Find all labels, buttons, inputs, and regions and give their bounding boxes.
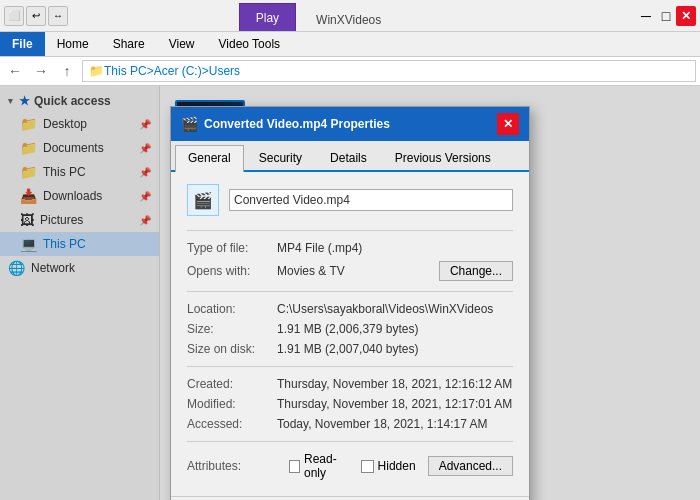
dialog-tab-previous-versions[interactable]: Previous Versions bbox=[382, 145, 504, 170]
tab-play[interactable]: Play bbox=[239, 3, 296, 31]
divider-4 bbox=[187, 441, 513, 442]
ribbon-view-tab[interactable]: View bbox=[157, 32, 207, 56]
dialog-close-btn[interactable]: ✕ bbox=[497, 113, 519, 135]
dialog-buttons: OK Cancel Apply bbox=[171, 496, 529, 500]
hidden-checkbox-group: Hidden bbox=[361, 459, 416, 473]
divider-1 bbox=[187, 230, 513, 231]
forward-btn[interactable]: → bbox=[30, 60, 52, 82]
properties-dialog: 🎬 Converted Video.mp4 Properties ✕ Gener… bbox=[170, 106, 530, 500]
window-minimize-btn[interactable]: ─ bbox=[636, 6, 656, 26]
title-bar: ⬜ ↩ ↔ Play WinXVideos ─ □ ✕ bbox=[0, 0, 700, 32]
title-bar-left: ⬜ ↩ ↔ bbox=[4, 6, 239, 26]
advanced-btn[interactable]: Advanced... bbox=[428, 456, 513, 476]
undo-btn[interactable]: ↔ bbox=[48, 6, 68, 26]
file-large-icon: 🎬 bbox=[187, 184, 219, 216]
dialog-tab-security[interactable]: Security bbox=[246, 145, 315, 170]
dialog-body: 🎬 Type of file: MP4 File (.mp4) Opens wi… bbox=[171, 172, 529, 492]
ribbon-file-tab[interactable]: File bbox=[0, 32, 45, 56]
title-bar-tabs: Play WinXVideos bbox=[239, 0, 402, 31]
quick-access-toolbar[interactable]: ↩ bbox=[26, 6, 46, 26]
change-opens-with-btn[interactable]: Change... bbox=[439, 261, 513, 281]
readonly-checkbox[interactable] bbox=[289, 460, 300, 473]
minimize-restore-btn[interactable]: ⬜ bbox=[4, 6, 24, 26]
back-btn[interactable]: ← bbox=[4, 60, 26, 82]
readonly-checkbox-group: Read-only bbox=[289, 452, 349, 480]
tab-winxvideos[interactable]: WinXVideos bbox=[296, 9, 401, 31]
window-maximize-btn[interactable]: □ bbox=[656, 6, 676, 26]
modal-overlay: 🎬 Converted Video.mp4 Properties ✕ Gener… bbox=[0, 86, 700, 500]
dialog-tab-details[interactable]: Details bbox=[317, 145, 380, 170]
ribbon-share-tab[interactable]: Share bbox=[101, 32, 157, 56]
prop-type-row: Type of file: MP4 File (.mp4) bbox=[187, 241, 513, 255]
prop-size-on-disk-row: Size on disk: 1.91 MB (2,007,040 bytes) bbox=[187, 342, 513, 356]
divider-3 bbox=[187, 366, 513, 367]
address-path[interactable]: 📁 This PC > Acer (C:) > Users bbox=[82, 60, 696, 82]
ribbon-videotools-tab[interactable]: Video Tools bbox=[207, 32, 293, 56]
prop-size-row: Size: 1.91 MB (2,006,379 bytes) bbox=[187, 322, 513, 336]
main-area: ▾ ★ Quick access 📁 Desktop 📌 📁 Documents… bbox=[0, 86, 700, 500]
ribbon-home-tab[interactable]: Home bbox=[45, 32, 101, 56]
ribbon: File Home Share View Video Tools bbox=[0, 32, 700, 56]
hidden-checkbox[interactable] bbox=[361, 460, 374, 473]
prop-attributes-row: Attributes: Read-only Hidden Advanced... bbox=[187, 452, 513, 480]
window-close-btn[interactable]: ✕ bbox=[676, 6, 696, 26]
dialog-title: Converted Video.mp4 Properties bbox=[204, 117, 390, 131]
dialog-tab-general[interactable]: General bbox=[175, 145, 244, 172]
prop-accessed-row: Accessed: Today, November 18, 2021, 1:14… bbox=[187, 417, 513, 431]
file-name-row: 🎬 bbox=[187, 184, 513, 216]
prop-location-row: Location: C:\Users\sayakboral\Videos\Win… bbox=[187, 302, 513, 316]
dialog-title-bar: 🎬 Converted Video.mp4 Properties ✕ bbox=[171, 107, 529, 141]
filename-input[interactable] bbox=[229, 189, 513, 211]
up-btn[interactable]: ↑ bbox=[56, 60, 78, 82]
prop-created-row: Created: Thursday, November 18, 2021, 12… bbox=[187, 377, 513, 391]
dialog-title-icon: 🎬 bbox=[181, 116, 198, 132]
address-bar: ← → ↑ 📁 This PC > Acer (C:) > Users bbox=[0, 56, 700, 86]
dialog-tabs: General Security Details Previous Versio… bbox=[171, 141, 529, 172]
prop-modified-row: Modified: Thursday, November 18, 2021, 1… bbox=[187, 397, 513, 411]
prop-opens-with-row: Opens with: Movies & TV Change... bbox=[187, 261, 513, 281]
divider-2 bbox=[187, 291, 513, 292]
